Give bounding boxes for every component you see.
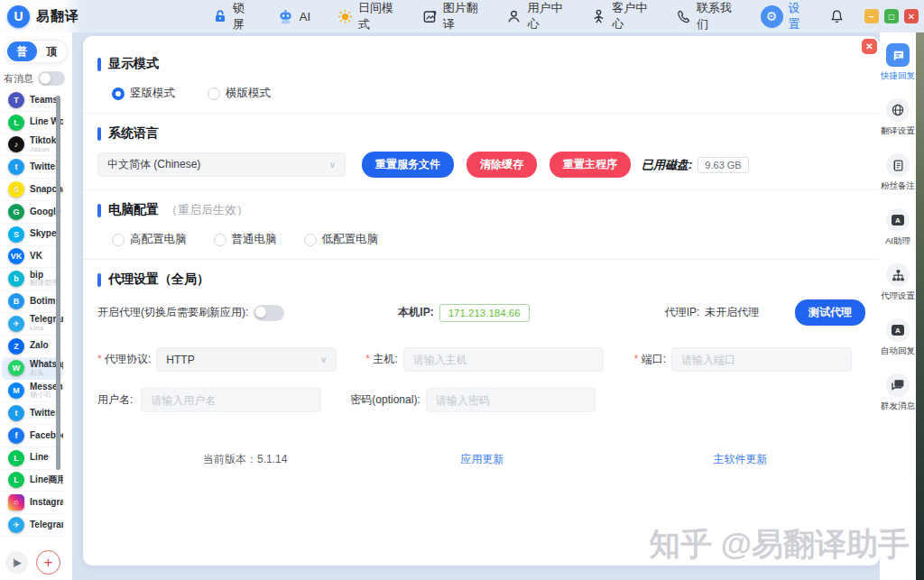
radio-high-spec[interactable]: 高配置电脑 bbox=[112, 232, 187, 247]
rail-item-label: 快捷回复 bbox=[881, 70, 915, 82]
app-logo-icon: U bbox=[7, 5, 30, 28]
disk-used-value: 9.63 GB bbox=[698, 157, 748, 173]
topbar-item-contact-us[interactable]: 联系我们 bbox=[676, 0, 734, 32]
app-title: 易翻译 bbox=[36, 8, 79, 25]
rail-item-quick-reply[interactable]: 快捷回复 bbox=[880, 43, 916, 82]
sidebar-app-line-biz[interactable]: LLine商用 bbox=[2, 470, 63, 493]
minimize-window-button[interactable]: − bbox=[864, 9, 879, 23]
collapse-sidebar-button[interactable]: |▶ bbox=[5, 551, 28, 574]
rail-item-translate-settings[interactable]: 翻译设置 bbox=[880, 98, 916, 137]
rail-item-mass-message[interactable]: 群发消息 bbox=[880, 373, 916, 412]
main-software-update-link[interactable]: 主软件更新 bbox=[713, 452, 767, 467]
language-select[interactable]: 中文简体 (Chinese) ∨ bbox=[97, 152, 346, 177]
sidebar-app-facebook[interactable]: fFacebook 账... bbox=[2, 425, 63, 447]
radio-horizontal-mode[interactable]: 横版模式 bbox=[208, 86, 271, 101]
topbar-item-day-mode[interactable]: 日间模式 bbox=[337, 0, 395, 32]
sidebar-app-twitter-1[interactable]: tTwitter bbox=[2, 156, 63, 179]
app-list-scrollbar[interactable] bbox=[56, 96, 60, 470]
sidebar-app-skype[interactable]: SSkype bbox=[2, 224, 63, 246]
port-input[interactable] bbox=[671, 347, 852, 372]
sidebar-app-whatsapp[interactable]: WWhatsapp ...石头 bbox=[2, 358, 63, 381]
app-row-text: Teams bbox=[30, 96, 58, 106]
reset-service-files-button[interactable]: 重置服务文件 bbox=[362, 152, 454, 178]
sidebar-app-botim[interactable]: BBotim bbox=[2, 290, 63, 313]
rail-item-ai-assistant[interactable]: AAI助理 bbox=[880, 208, 916, 247]
sidebar-app-telegram-z[interactable]: ✈Telegram Z bbox=[2, 514, 63, 537]
line-icon: L bbox=[8, 450, 24, 466]
app-name: Teams bbox=[30, 96, 58, 106]
app-name: VK bbox=[30, 252, 42, 262]
app-row-text: Twitter bbox=[30, 162, 59, 172]
password-input[interactable] bbox=[426, 388, 596, 412]
maximize-window-button[interactable]: ▢ bbox=[884, 9, 899, 23]
sidebar-app-twitter-2[interactable]: tTwitter bbox=[2, 402, 63, 425]
username-label: 用户名: bbox=[97, 392, 133, 408]
topbar-item-label: 客户中心 bbox=[612, 0, 649, 32]
reset-main-program-button[interactable]: 重置主程序 bbox=[550, 152, 631, 178]
topbar-item-image-translate[interactable]: 图片翻译 bbox=[422, 0, 480, 32]
lock-icon bbox=[213, 9, 227, 23]
sidebar-app-vk[interactable]: VKVK bbox=[2, 246, 63, 269]
sidebar-app-zalo[interactable]: ZZalo bbox=[2, 336, 63, 358]
app-name: Twitter bbox=[30, 409, 59, 419]
computer-config-options: 高配置电脑 普通电脑 低配置电脑 bbox=[112, 232, 880, 247]
app-row-text: Skype bbox=[30, 229, 56, 239]
rail-item-label: 群发消息 bbox=[881, 400, 915, 412]
radio-label: 普通电脑 bbox=[232, 232, 277, 247]
sidebar-app-messenger[interactable]: MMessenger杨小石 bbox=[2, 380, 63, 402]
topbar-item-label: 锁屏 bbox=[233, 0, 250, 32]
current-version: 当前版本：5.1.14 bbox=[203, 452, 287, 467]
test-proxy-button[interactable]: 测试代理 bbox=[795, 299, 865, 326]
tiktok-icon: ♪ bbox=[8, 136, 24, 152]
vk-icon: VK bbox=[8, 248, 24, 264]
radio-normal-spec[interactable]: 普通电脑 bbox=[214, 232, 277, 247]
host-label: 主机: bbox=[365, 352, 397, 367]
rail-item-auto-reply[interactable]: A自动回复 bbox=[880, 318, 916, 357]
host-input[interactable] bbox=[403, 347, 604, 372]
rail-item-label: AI助理 bbox=[885, 235, 910, 247]
rail-item-proxy-settings[interactable]: 代理设置 bbox=[880, 263, 916, 302]
sidebar-app-line-work[interactable]: LLine Work bbox=[2, 112, 63, 134]
rail-item-fan-notes[interactable]: 粉丝备注 bbox=[880, 153, 916, 192]
sidebar-app-google-chat[interactable]: GGoogle chat bbox=[2, 201, 63, 224]
sidebar-app-bip[interactable]: bbip翻译助手 bbox=[2, 268, 63, 290]
topbar-menu: 锁屏AI日间模式图片翻译用户中心客户中心联系我们⚙设置 bbox=[213, 0, 804, 32]
proxy-form-row-1: 代理协议: HTTP ∨ 主机: 端口: bbox=[97, 347, 865, 372]
app-row-text: Zalo bbox=[30, 341, 49, 351]
chevron-down-icon: ∨ bbox=[320, 354, 327, 364]
close-window-button[interactable]: ✕ bbox=[904, 9, 919, 23]
has-message-toggle[interactable] bbox=[38, 71, 65, 86]
radio-low-spec[interactable]: 低配置电脑 bbox=[304, 232, 379, 247]
topbar-item-user-center[interactable]: 用户中心 bbox=[506, 0, 564, 32]
telegram-z-icon: ✈ bbox=[8, 517, 24, 533]
sidebar-app-snapchat[interactable]: SSnapchat bbox=[2, 179, 63, 201]
enable-proxy-toggle[interactable] bbox=[254, 305, 284, 321]
sidebar-app-telegram-1[interactable]: ✈Telegram®...Lina bbox=[2, 313, 63, 336]
username-input[interactable] bbox=[141, 388, 321, 412]
sidebar-app-teams[interactable]: TTeams bbox=[2, 89, 63, 112]
radio-vertical-mode[interactable]: 竖版模式 bbox=[112, 86, 175, 101]
sidebar-app-instagram[interactable]: ○Instagram bbox=[2, 492, 63, 514]
sidebar-app-tiktok[interactable]: ♪TiktokJason bbox=[2, 134, 63, 157]
protocol-select[interactable]: HTTP ∨ bbox=[156, 347, 337, 372]
sidebar-tab-top[interactable]: 顶 bbox=[37, 44, 67, 60]
section-title: 显示模式 bbox=[108, 56, 159, 72]
notification-bell-icon[interactable] bbox=[829, 9, 845, 24]
port-label: 端口: bbox=[634, 352, 666, 367]
app-update-link[interactable]: 应用更新 bbox=[460, 452, 504, 467]
enable-proxy-label: 开启代理(切换后需要刷新应用): bbox=[97, 305, 248, 320]
protocol-select-value: HTTP bbox=[166, 354, 194, 366]
radio-label: 竖版模式 bbox=[130, 86, 175, 101]
sidebar-tab-common[interactable]: 普 bbox=[7, 41, 37, 61]
add-app-button[interactable]: + bbox=[36, 550, 60, 575]
settings-panel: ✕ 显示模式 竖版模式 横版模式 系统语言 中文简体 (Chinese) bbox=[83, 36, 880, 566]
topbar-item-customer-center[interactable]: 客户中心 bbox=[591, 0, 649, 32]
panel-close-button[interactable]: ✕ bbox=[862, 39, 877, 54]
user-icon bbox=[506, 9, 522, 24]
topbar-item-settings[interactable]: ⚙设置 bbox=[761, 0, 804, 32]
sidebar-app-line[interactable]: LLine bbox=[2, 447, 63, 470]
topbar-item-ai[interactable]: AI bbox=[277, 8, 310, 25]
app-name: Instagram bbox=[30, 498, 63, 508]
topbar-item-lock-screen[interactable]: 锁屏 bbox=[213, 0, 250, 32]
clear-cache-button[interactable]: 清除缓存 bbox=[467, 152, 537, 178]
